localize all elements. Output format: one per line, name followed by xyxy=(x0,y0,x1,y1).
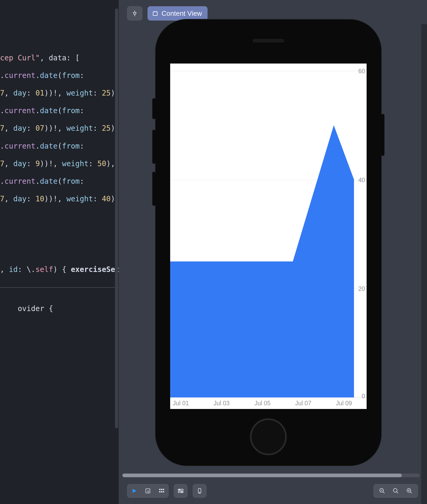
code-token: cep Curl" xyxy=(0,54,40,62)
code-token: : xyxy=(93,195,102,203)
code-editor[interactable]: cep Curl", data: [ .current.date(from: 7… xyxy=(0,0,119,286)
code-token: weight xyxy=(66,195,93,203)
code-token: 25 xyxy=(102,124,111,133)
code-token: , xyxy=(4,195,13,203)
device-mute-switch xyxy=(152,98,155,119)
cursor-rect-icon xyxy=(145,488,151,494)
zoom-out-icon xyxy=(379,488,385,494)
code-token: . xyxy=(35,142,40,150)
code-token: ))!, xyxy=(44,195,66,203)
code-token: : xyxy=(93,89,102,97)
code-token: self xyxy=(35,265,53,274)
code-token: ))!, xyxy=(44,89,66,97)
zoom-fit-button[interactable] xyxy=(389,484,403,498)
live-preview-button[interactable] xyxy=(127,484,141,498)
zoom-fit-icon xyxy=(393,488,399,494)
svg-rect-6 xyxy=(163,489,164,490)
code-token: ), xyxy=(106,159,115,168)
editor-scrollbar[interactable] xyxy=(114,0,119,430)
preview-mode-group xyxy=(127,484,169,498)
device-settings-button[interactable] xyxy=(174,484,188,498)
preview-on-device-button[interactable] xyxy=(193,484,206,498)
code-token: 25 xyxy=(102,89,111,97)
selectable-preview-button[interactable] xyxy=(141,484,155,498)
code-token: ))!, xyxy=(40,159,62,168)
code-token: current xyxy=(4,106,35,115)
code-token: . xyxy=(0,106,4,115)
code-token: 9 xyxy=(35,159,40,168)
code-token: . xyxy=(0,142,4,150)
code-token: ) { xyxy=(53,265,71,274)
code-token: : xyxy=(80,142,84,150)
device-home-button xyxy=(250,418,287,455)
content-view-label: Content View xyxy=(162,9,202,18)
code-token: : xyxy=(27,124,35,133)
code-token: , xyxy=(4,159,13,168)
code-token: : xyxy=(80,177,84,186)
svg-marker-2 xyxy=(133,489,136,493)
zoom-controls xyxy=(373,484,418,498)
code-token: weight xyxy=(62,159,88,168)
svg-marker-1 xyxy=(170,125,354,397)
code-token: , xyxy=(4,124,13,133)
code-token: id xyxy=(9,265,18,274)
device-speaker xyxy=(253,39,284,43)
code-token: ))!, xyxy=(44,124,66,133)
svg-line-17 xyxy=(383,492,384,493)
code-token: , data: [ xyxy=(40,54,80,62)
variants-preview-button[interactable] xyxy=(155,484,168,498)
xtick-2: Jul 05 xyxy=(254,400,270,407)
canvas-scroll-thumb[interactable] xyxy=(122,474,402,477)
xtick-3: Jul 07 xyxy=(295,400,311,407)
device-volume-down xyxy=(152,172,155,206)
code-token: from xyxy=(62,106,80,115)
chart: 60 40 20 0 Jul 01 Jul 03 Jul 05 Jul 07 J… xyxy=(170,64,367,409)
code-token: 7 xyxy=(0,159,4,168)
canvas-icon xyxy=(152,10,158,17)
device-screen[interactable]: 60 40 20 0 Jul 01 Jul 03 Jul 05 Jul 07 J… xyxy=(170,64,367,409)
code-token: 07 xyxy=(35,124,44,133)
zoom-in-icon xyxy=(406,488,413,494)
code-token: , xyxy=(4,89,13,97)
code-token: date xyxy=(40,106,58,115)
code-token: exerciseSet xyxy=(71,265,119,274)
pin-preview-button[interactable] xyxy=(127,6,142,20)
code-token: , xyxy=(0,265,9,274)
code-token: ovider { xyxy=(18,304,53,313)
code-token: from xyxy=(62,177,80,186)
device-power-button xyxy=(381,114,384,156)
editor-scroll-thumb[interactable] xyxy=(115,8,118,428)
code-token: current xyxy=(4,71,35,80)
preview-bottom-toolbar xyxy=(127,483,418,499)
device-icon xyxy=(196,488,203,494)
code-token: : xyxy=(27,159,35,168)
content-view-button[interactable]: Content View xyxy=(148,6,207,20)
code-token: weight xyxy=(66,89,93,97)
code-editor-lower[interactable]: ovider { xyxy=(0,288,119,322)
code-token: current xyxy=(4,142,35,150)
svg-rect-8 xyxy=(161,491,162,492)
svg-rect-4 xyxy=(159,489,160,490)
inspector-sliver[interactable] xyxy=(421,24,427,504)
zoom-in-button[interactable] xyxy=(403,484,416,498)
svg-rect-5 xyxy=(161,489,162,490)
sliders-icon xyxy=(177,487,184,494)
code-token: day xyxy=(13,195,27,203)
ytick-20: 20 xyxy=(358,285,365,292)
code-token: date xyxy=(40,71,58,80)
svg-rect-7 xyxy=(159,491,160,492)
code-token: : xyxy=(88,159,97,168)
svg-rect-9 xyxy=(163,491,164,492)
code-token: day xyxy=(13,89,27,97)
canvas-horizontal-scrollbar[interactable] xyxy=(122,474,420,477)
code-token: . xyxy=(35,177,40,186)
code-token: : xyxy=(80,71,84,80)
svg-rect-0 xyxy=(153,12,157,15)
code-token: : \. xyxy=(18,265,35,274)
code-token: ( xyxy=(58,106,62,115)
code-token: from xyxy=(62,142,80,150)
code-token: 01 xyxy=(35,89,44,97)
zoom-out-button[interactable] xyxy=(375,484,389,498)
code-token: day xyxy=(13,124,27,133)
svg-line-20 xyxy=(397,492,398,493)
